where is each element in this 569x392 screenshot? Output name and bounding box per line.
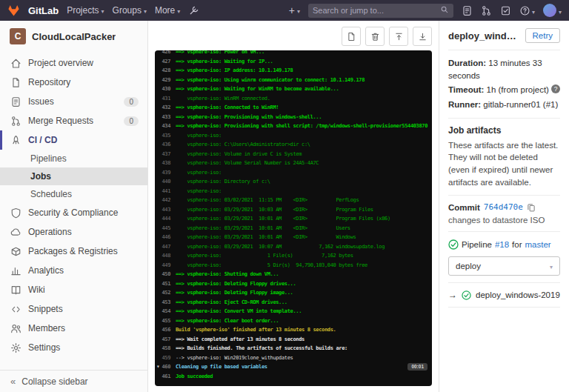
- sidebar-item-snippets[interactable]: Snippets: [0, 299, 147, 319]
- line-number-link[interactable]: 439: [155, 168, 176, 178]
- log-text: ==> Builds finished. The artifacts of su…: [176, 344, 432, 353]
- pipeline-id-link[interactable]: #18: [495, 239, 509, 250]
- merge-requests-icon[interactable]: [481, 5, 492, 16]
- timeout-value: 1h (from project): [487, 85, 549, 94]
- line-number-link[interactable]: 447: [155, 242, 176, 252]
- line-number-link[interactable]: 448: [155, 251, 176, 261]
- sidebar-subitem-jobs[interactable]: Jobs: [0, 167, 147, 185]
- line-number-link[interactable]: 436: [155, 140, 176, 150]
- pipeline-status-passed-icon: [448, 239, 459, 250]
- gitlab-logo-icon[interactable]: [7, 4, 20, 17]
- erase-log-button[interactable]: [365, 27, 385, 46]
- help-icon[interactable]: [519, 4, 535, 17]
- line-number-link[interactable]: 427: [155, 57, 176, 67]
- sidebar-item-wiki[interactable]: Wiki: [0, 280, 147, 299]
- line-number-link[interactable]: 450: [155, 270, 176, 279]
- sidebar-item-analytics[interactable]: Analytics: [0, 261, 147, 280]
- sidebar-item-repository[interactable]: Repository: [0, 73, 147, 92]
- search-box[interactable]: [308, 4, 453, 18]
- log-text: ==> vsphere-iso: Deleting Floppy image..…: [176, 288, 432, 298]
- search-input[interactable]: [313, 6, 440, 15]
- nav-more-dropdown[interactable]: More: [155, 5, 180, 16]
- line-number-link[interactable]: 446: [155, 233, 176, 242]
- scroll-top-button[interactable]: [389, 27, 408, 46]
- line-number-link[interactable]: 435: [155, 131, 176, 141]
- shield-icon: [10, 207, 21, 219]
- project-header[interactable]: C CloudLocalPacker: [0, 21, 147, 51]
- admin-wrench-icon[interactable]: [188, 5, 199, 16]
- line-number-link[interactable]: 452: [155, 288, 176, 298]
- sidebar-item-ci-cd[interactable]: CI / CD: [0, 130, 147, 150]
- sidebar-item-settings[interactable]: Settings: [0, 338, 147, 357]
- line-number-link[interactable]: 444: [155, 214, 176, 224]
- log-text: ==> vsphere-iso: Deleting Floppy drives.…: [176, 279, 432, 289]
- sidebar-item-operations[interactable]: Operations: [0, 222, 147, 242]
- sidebar-item-project-overview[interactable]: Project overview: [0, 53, 147, 73]
- sidebar-subitem-pipelines[interactable]: Pipelines: [0, 150, 147, 167]
- line-number-link[interactable]: 457: [155, 335, 176, 345]
- commit-hash-link[interactable]: 764d470e: [484, 202, 523, 212]
- sidebar-item-security-compliance[interactable]: Security & Compliance: [0, 203, 147, 222]
- log-line: 432==> vsphere-iso: Connected to WinRM!: [155, 103, 432, 113]
- collapse-sidebar-button[interactable]: Collapse sidebar: [0, 370, 147, 392]
- log-text: ==> Wait completed after 13 minutes 8 se…: [176, 335, 432, 345]
- line-number-link[interactable]: 428: [155, 66, 176, 76]
- sidebar-item-packages-registries[interactable]: Packages & Registries: [0, 242, 147, 261]
- raw-log-button[interactable]: [342, 27, 361, 46]
- line-number-link[interactable]: 445: [155, 224, 176, 233]
- line-number-link[interactable]: 440: [155, 177, 176, 187]
- line-number-link[interactable]: 459: [155, 353, 176, 363]
- divider: [448, 231, 560, 232]
- user-menu[interactable]: [543, 4, 562, 17]
- copy-commit-icon[interactable]: [527, 203, 536, 212]
- sidebar-item-members[interactable]: Members: [0, 319, 147, 338]
- log-line: 438 vsphere-iso: Volume Serial Number is…: [155, 159, 432, 168]
- line-number-link[interactable]: 431: [155, 94, 176, 104]
- line-number-link[interactable]: 456: [155, 325, 176, 335]
- nav-projects-dropdown[interactable]: Projects: [67, 5, 104, 16]
- sidebar-item-label: Wiki: [28, 285, 45, 295]
- todos-icon[interactable]: [500, 5, 511, 16]
- line-number-link[interactable]: 455: [155, 316, 176, 326]
- line-number-link[interactable]: 441: [155, 187, 176, 196]
- line-number-link[interactable]: 434: [155, 122, 176, 131]
- sidebar-item-label: CI / CD: [28, 135, 57, 145]
- job-list-item[interactable]: deploy_windows-2019: [448, 290, 560, 300]
- nav-groups-dropdown[interactable]: Groups: [113, 5, 147, 16]
- project-sidebar: C CloudLocalPacker Project overviewRepos…: [0, 21, 148, 392]
- line-number-link[interactable]: 442: [155, 196, 176, 205]
- line-number-link[interactable]: 443: [155, 205, 176, 215]
- line-number-link[interactable]: 438: [155, 159, 176, 168]
- line-number-link[interactable]: 426: [155, 50, 176, 57]
- line-number-link[interactable]: 433: [155, 113, 176, 122]
- scrolldown-icon: [418, 32, 427, 41]
- line-number-link[interactable]: 437: [155, 150, 176, 159]
- sidebar-item-merge-requests[interactable]: Merge Requests0: [0, 111, 147, 130]
- line-number-link[interactable]: 461: [155, 372, 176, 382]
- line-number-link[interactable]: 430: [155, 84, 176, 94]
- issues-icon[interactable]: [462, 5, 473, 16]
- retry-button[interactable]: Retry: [525, 28, 560, 43]
- line-number-link[interactable]: 429: [155, 76, 176, 85]
- line-number-link[interactable]: 460: [155, 362, 176, 372]
- line-number-link[interactable]: 453: [155, 298, 176, 308]
- sidebar-subitem-label: Schedules: [30, 189, 72, 199]
- line-number-link[interactable]: 449: [155, 261, 176, 270]
- stage-dropdown[interactable]: deploy: [448, 256, 560, 276]
- sidebar-item-issues[interactable]: Issues0: [0, 92, 147, 111]
- new-menu-button[interactable]: [289, 5, 300, 16]
- scroll-bottom-button[interactable]: [413, 27, 432, 46]
- line-number-link[interactable]: 454: [155, 307, 176, 316]
- sidebar-subitem-schedules[interactable]: Schedules: [0, 185, 147, 203]
- timeout-help-icon[interactable]: [551, 84, 560, 93]
- log-section-header[interactable]: 460Cleaning up file based variables00:01: [155, 362, 432, 372]
- line-number-link[interactable]: 451: [155, 279, 176, 289]
- chevron-down-icon[interactable]: [156, 362, 159, 372]
- line-number-link[interactable]: 432: [155, 103, 176, 113]
- top-navbar: GitLab Projects Groups More: [0, 0, 569, 21]
- brand-name[interactable]: GitLab: [28, 5, 59, 16]
- log-text: vsphere-iso:: [176, 187, 432, 196]
- pipeline-ref-link[interactable]: master: [525, 239, 551, 250]
- line-number-link[interactable]: 458: [155, 344, 176, 353]
- rocket-icon: [10, 135, 21, 146]
